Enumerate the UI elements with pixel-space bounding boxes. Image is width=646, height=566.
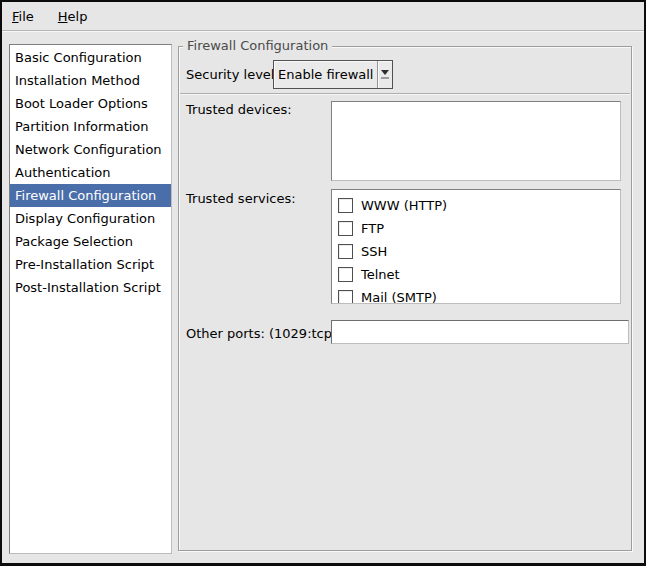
security-level-label: Security level: [186,67,279,82]
service-label: FTP [361,221,384,236]
sidebar-item-package-selection[interactable]: Package Selection [10,230,171,253]
sidebar-item-installation-method[interactable]: Installation Method [10,69,171,92]
service-row-ssh[interactable]: SSH [332,240,620,263]
trusted-services-list[interactable]: WWW (HTTP) FTP SSH Telnet Mail (SMTP) [331,189,621,304]
chevron-down-icon-bar [381,77,389,79]
sidebar-item-basic-configuration[interactable]: Basic Configuration [10,46,171,69]
service-row-mail[interactable]: Mail (SMTP) [332,286,620,304]
service-row-www[interactable]: WWW (HTTP) [332,194,620,217]
sidebar-item-post-installation-script[interactable]: Post-Installation Script [10,276,171,299]
horizontal-separator [180,93,630,95]
trusted-services-label: Trusted services: [186,191,296,206]
section-list[interactable]: Basic Configuration Installation Method … [9,44,172,554]
sidebar-item-firewall-configuration[interactable]: Firewall Configuration [10,184,171,207]
checkbox-unchecked[interactable] [338,198,353,213]
combobox-dropdown-button[interactable] [377,61,392,88]
service-label: Telnet [361,267,400,282]
checkbox-unchecked[interactable] [338,267,353,282]
sidebar-item-pre-installation-script[interactable]: Pre-Installation Script [10,253,171,276]
trusted-devices-list[interactable] [331,101,621,181]
security-level-combobox[interactable]: Enable firewall [273,60,393,89]
trusted-devices-label: Trusted devices: [186,102,292,117]
sidebar-item-network-configuration[interactable]: Network Configuration [10,138,171,161]
other-ports-input[interactable] [331,320,629,344]
menubar: File Help [2,2,644,31]
sidebar-item-display-configuration[interactable]: Display Configuration [10,207,171,230]
service-label: Mail (SMTP) [361,290,437,304]
chevron-down-icon [381,70,389,75]
sidebar-item-partition-information[interactable]: Partition Information [10,115,171,138]
sidebar-item-boot-loader-options[interactable]: Boot Loader Options [10,92,171,115]
kickstart-configurator-window: File Help Basic Configuration Installati… [0,0,646,566]
checkbox-unchecked[interactable] [338,221,353,236]
service-label: SSH [361,244,387,259]
menu-help[interactable]: Help [50,5,96,28]
checkbox-unchecked[interactable] [338,244,353,259]
service-row-ftp[interactable]: FTP [332,217,620,240]
other-ports-label: Other ports: (1029:tcp) [186,326,337,341]
frame-title: Firewall Configuration [183,38,332,53]
service-label: WWW (HTTP) [361,198,447,213]
service-row-telnet[interactable]: Telnet [332,263,620,286]
menu-file[interactable]: File [4,5,42,28]
checkbox-unchecked[interactable] [338,290,353,304]
security-level-value: Enable firewall [274,61,377,88]
firewall-configuration-frame: Firewall Configuration Security level: E… [178,46,632,551]
sidebar-item-authentication[interactable]: Authentication [10,161,171,184]
